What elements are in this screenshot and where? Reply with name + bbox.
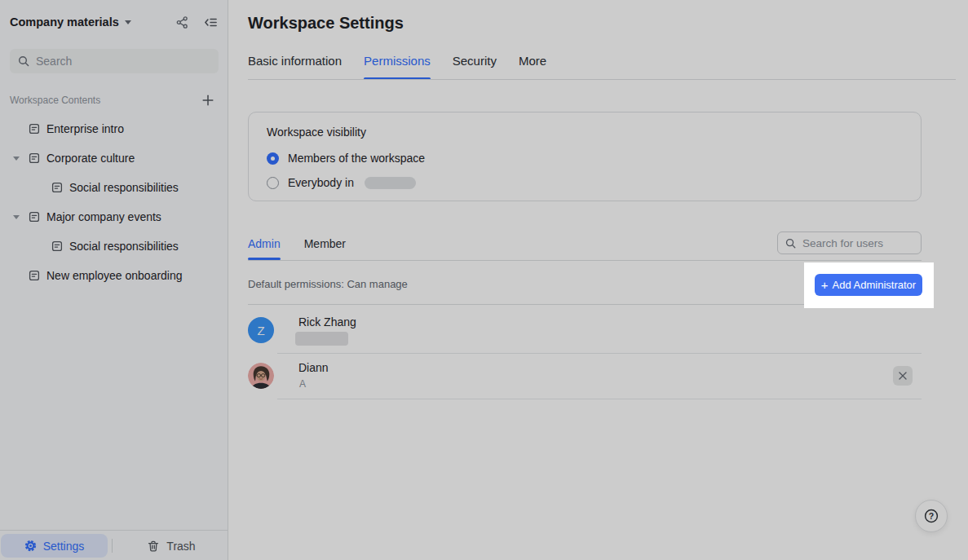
radio-unselected-icon[interactable]: [267, 177, 279, 189]
question-mark-icon: ?: [923, 508, 939, 524]
workspace-visibility-label: Workspace visibility: [267, 126, 366, 139]
tabs-divider: [248, 79, 956, 80]
default-permissions-text: Default permissions: Can manage: [248, 278, 408, 290]
add-page-icon[interactable]: [201, 94, 214, 107]
add-administrator-button[interactable]: + Add Administrator: [815, 274, 922, 296]
collapse-sidebar-icon[interactable]: [204, 15, 218, 29]
tab-more[interactable]: More: [519, 54, 546, 79]
remove-admin-button[interactable]: [893, 366, 913, 386]
app-window: Company materials: [0, 0, 968, 560]
chevron-down-icon: [125, 20, 131, 24]
user-photo: [248, 363, 274, 389]
workspace-name: Company materials: [10, 15, 119, 29]
trash-label: Trash: [166, 540, 195, 553]
sidebar-header: Company materials: [10, 13, 218, 31]
sidebar-footer: Settings Trash: [0, 530, 228, 560]
sidebar-item-label: Major company events: [46, 210, 161, 223]
settings-button[interactable]: Settings: [1, 534, 108, 558]
workspace-visibility-card: Workspace visibility Members of the work…: [248, 112, 922, 201]
admin-row-diann[interactable]: Diann A: [248, 353, 922, 399]
tab-security[interactable]: Security: [453, 54, 497, 79]
radio-label: Everybody in: [288, 176, 354, 189]
sidebar-item-enterprise-intro[interactable]: Enterprise intro: [0, 114, 228, 143]
sidebar-item-major-company-events[interactable]: Major company events: [0, 202, 228, 231]
sidebar-item-social-responsibilities-2[interactable]: Social responsibilities: [0, 231, 228, 261]
sidebar-search[interactable]: [10, 49, 219, 73]
radio-selected-icon[interactable]: [267, 152, 279, 165]
trash-icon: [147, 540, 160, 553]
avatar: [248, 363, 274, 389]
sidebar-item-label: Social responsibilities: [69, 181, 179, 194]
admin-row-rick-zhang[interactable]: Z Rick Zhang: [248, 311, 922, 353]
avatar: Z: [248, 317, 274, 343]
search-input[interactable]: [36, 55, 211, 68]
visibility-option-members[interactable]: Members of the workspace: [267, 152, 425, 165]
user-name: Rick Zhang: [298, 315, 356, 329]
sidebar-item-corporate-culture[interactable]: Corporate culture: [0, 143, 228, 173]
document-icon: [28, 122, 41, 135]
workspace-contents-header: Workspace Contents: [10, 93, 218, 108]
tab-basic-information[interactable]: Basic information: [248, 54, 342, 79]
tab-permissions[interactable]: Permissions: [364, 54, 431, 79]
tab-admin[interactable]: Admin: [248, 232, 281, 260]
row-divider: [277, 399, 922, 399]
workspace-contents-label: Workspace Contents: [10, 95, 100, 106]
close-icon: [898, 371, 908, 381]
expand-caret-icon[interactable]: [13, 215, 20, 219]
sidebar-item-label: Social responsibilities: [69, 240, 179, 253]
footer-divider: [112, 539, 113, 553]
sidebar-actions: [175, 15, 218, 29]
workspace-switcher[interactable]: Company materials: [10, 15, 131, 29]
user-subtitle: A: [299, 378, 306, 390]
avatar-initial: Z: [257, 324, 264, 337]
plus-icon: +: [821, 279, 829, 291]
sidebar-item-label: New employee onboarding: [46, 269, 183, 282]
sidebar-item-label: Enterprise intro: [46, 122, 124, 135]
visibility-option-everybody[interactable]: Everybody in: [267, 176, 416, 189]
help-button[interactable]: ?: [915, 500, 948, 532]
sidebar-item-social-responsibilities[interactable]: Social responsibilities: [0, 173, 228, 202]
share-icon[interactable]: [175, 15, 189, 29]
user-search-input[interactable]: [802, 237, 914, 249]
settings-tabs: Basic information Permissions Security M…: [248, 54, 546, 79]
add-administrator-label: Add Administrator: [833, 279, 917, 291]
user-name: Diann: [298, 361, 329, 374]
document-icon: [28, 269, 41, 282]
redacted-org-name: [365, 177, 416, 189]
onboarding-spotlight: + Add Administrator: [804, 262, 934, 308]
user-search-box[interactable]: [777, 231, 922, 254]
search-icon: [17, 55, 30, 68]
document-icon: [28, 152, 41, 165]
radio-label: Members of the workspace: [288, 152, 425, 165]
page-title: Workspace Settings: [248, 14, 404, 33]
tab-member[interactable]: Member: [304, 232, 346, 260]
redacted-user-subtitle: [295, 332, 348, 346]
sidebar-item-label: Corporate culture: [46, 152, 135, 165]
document-icon: [28, 210, 41, 223]
trash-button[interactable]: Trash: [130, 534, 212, 558]
settings-label: Settings: [43, 540, 85, 553]
member-role-tabs: Admin Member: [248, 232, 346, 260]
gear-icon: [24, 540, 37, 552]
svg-text:?: ?: [929, 511, 934, 521]
search-icon: [785, 237, 797, 249]
sidebar-item-new-employee-onboarding[interactable]: New employee onboarding: [0, 261, 228, 290]
sidebar: Company materials: [0, 0, 228, 560]
document-icon: [51, 240, 64, 253]
member-tabs-divider: [248, 260, 922, 261]
document-icon: [51, 181, 64, 194]
expand-caret-icon[interactable]: [13, 157, 20, 161]
